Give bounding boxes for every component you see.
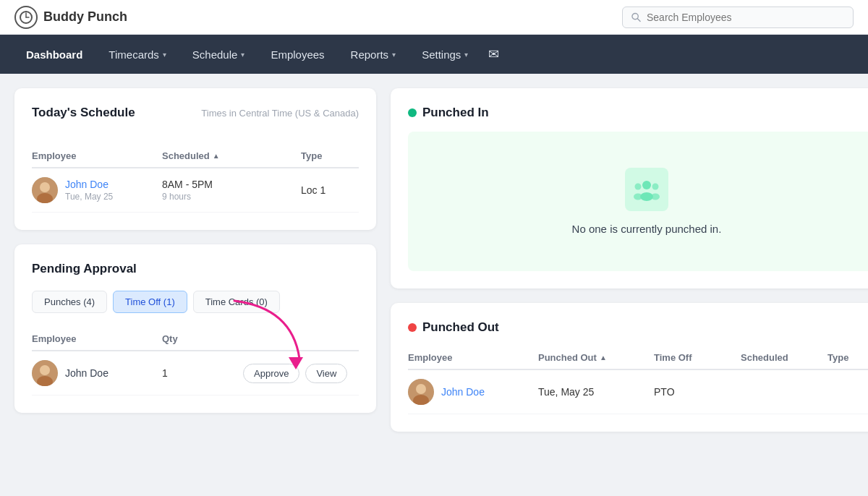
schedule-col-scheduled[interactable]: Scheduled ▲ — [162, 150, 301, 161]
punched-out-table-header: Employee Punched Out ▲ Time Off Schedule… — [408, 346, 868, 370]
search-input[interactable] — [647, 12, 844, 23]
svg-point-16 — [652, 184, 659, 190]
schedule-header: Today's Schedule Times in Central Time (… — [32, 106, 359, 133]
schedule-employee-cell: John Doe Tue, May 25 — [32, 177, 162, 203]
employee-name[interactable]: John Doe — [65, 179, 113, 190]
pout-sort-icon: ▲ — [600, 354, 607, 362]
tab-punches[interactable]: Punches (4) — [32, 291, 107, 313]
avatar — [32, 177, 58, 203]
schedule-title: Today's Schedule — [32, 106, 135, 120]
pout-col-type: Type — [827, 352, 868, 363]
top-bar: Buddy Punch — [0, 0, 868, 35]
svg-point-14 — [635, 184, 642, 190]
pending-col-actions — [243, 333, 359, 344]
nav-timecards[interactable]: Timecards ▾ — [97, 43, 177, 67]
svg-point-6 — [40, 182, 50, 192]
pout-col-punchedout[interactable]: Punched Out ▲ — [538, 352, 654, 363]
schedule-subtitle: Times in Central Time (US & Canada) — [201, 108, 359, 119]
pending-tabs: Punches (4) Time Off (1) Time Cards (0) — [32, 291, 359, 313]
pout-time-off: PTO — [654, 386, 741, 398]
empty-people-icon — [625, 168, 668, 211]
reports-chevron-icon: ▾ — [392, 51, 396, 59]
right-panel: Punched In No one is currently punched i… — [391, 88, 868, 482]
pout-employee-cell: John Doe — [408, 379, 538, 405]
svg-point-19 — [416, 384, 426, 394]
pending-col-employee: Employee — [32, 333, 162, 344]
schedule-table-header: Employee Scheduled ▲ Type — [32, 145, 359, 168]
pending-approval-card: Pending Approval Punches (4) Time Off (1… — [14, 244, 376, 413]
timecards-chevron-icon: ▾ — [163, 51, 166, 59]
pout-col-employee: Employee — [408, 352, 538, 363]
schedule-row: John Doe Tue, May 25 8AM - 5PM 9 hours L… — [32, 168, 359, 213]
view-button[interactable]: View — [305, 364, 347, 383]
nav-settings[interactable]: Settings ▾ — [410, 43, 480, 67]
pout-punched-out-time: Tue, May 25 — [538, 386, 654, 398]
left-column: Today's Schedule Times in Central Time (… — [14, 88, 376, 482]
punched-in-empty: No one is currently punched in. — [408, 132, 868, 271]
punched-in-card: Punched In No one is currently punched i… — [391, 88, 868, 288]
pending-col-qty: Qty — [162, 333, 243, 344]
schedule-chevron-icon: ▾ — [241, 51, 244, 59]
pout-employee-name[interactable]: John Doe — [441, 386, 485, 398]
approve-button[interactable]: Approve — [243, 364, 299, 383]
svg-point-12 — [642, 181, 651, 189]
punched-out-card: Punched Out Employee Punched Out ▲ Time … — [391, 303, 868, 432]
employee-info: John Doe Tue, May 25 — [65, 179, 113, 202]
schedule-type: Loc 1 — [301, 184, 359, 196]
tab-time-cards[interactable]: Time Cards (0) — [193, 291, 280, 313]
search-bar[interactable] — [622, 7, 854, 28]
employee-date: Tue, May 25 — [65, 192, 113, 202]
scheduled-hours: 9 hours — [162, 192, 301, 202]
pending-employee-cell: John Doe — [32, 360, 162, 386]
nav-employees[interactable]: Employees — [259, 43, 336, 67]
pout-col-timeoff: Time Off — [654, 352, 741, 363]
empty-message: No one is currently punched in. — [572, 223, 722, 235]
pending-header: Pending Approval — [32, 262, 359, 279]
svg-line-4 — [637, 18, 640, 21]
punched-in-title: Punched In — [408, 106, 868, 120]
settings-chevron-icon: ▾ — [464, 51, 468, 59]
logo: Buddy Punch — [14, 6, 127, 29]
pout-col-scheduled: Scheduled — [741, 352, 827, 363]
tab-time-off[interactable]: Time Off (1) — [113, 291, 187, 313]
pending-employee-name: John Doe — [65, 367, 109, 379]
punched-out-row: John Doe Tue, May 25 PTO — [408, 370, 868, 414]
scheduled-sort-icon: ▲ — [213, 152, 220, 160]
logo-icon — [14, 6, 38, 29]
punched-in-dot — [408, 108, 417, 117]
search-icon — [631, 12, 641, 22]
scheduled-info: 8AM - 5PM 9 hours — [162, 179, 301, 202]
pending-title: Pending Approval — [32, 262, 137, 276]
nav-dashboard[interactable]: Dashboard — [14, 43, 94, 67]
pending-qty: 1 — [162, 367, 243, 379]
main-nav: Dashboard Timecards ▾ Schedule ▾ Employe… — [0, 35, 868, 74]
schedule-col-type: Type — [301, 150, 359, 161]
svg-point-17 — [651, 194, 660, 200]
pending-row: John Doe 1 Approve View — [32, 351, 359, 395]
svg-point-9 — [40, 365, 50, 375]
punched-out-dot — [408, 323, 417, 332]
pending-table-header: Employee Qty — [32, 328, 359, 351]
main-content: Today's Schedule Times in Central Time (… — [0, 74, 868, 496]
pending-avatar — [32, 360, 58, 386]
nav-reports[interactable]: Reports ▾ — [339, 43, 408, 67]
punched-out-title: Punched Out — [408, 320, 868, 335]
nav-messages[interactable]: ✉ — [488, 46, 499, 62]
pending-action-btns: Approve View — [243, 364, 359, 383]
nav-schedule[interactable]: Schedule ▾ — [181, 43, 257, 67]
todays-schedule-card: Today's Schedule Times in Central Time (… — [14, 88, 376, 230]
scheduled-time: 8AM - 5PM — [162, 179, 301, 190]
pout-avatar — [408, 379, 434, 405]
svg-point-15 — [634, 194, 642, 200]
logo-text: Buddy Punch — [43, 9, 127, 25]
schedule-col-employee: Employee — [32, 150, 162, 161]
